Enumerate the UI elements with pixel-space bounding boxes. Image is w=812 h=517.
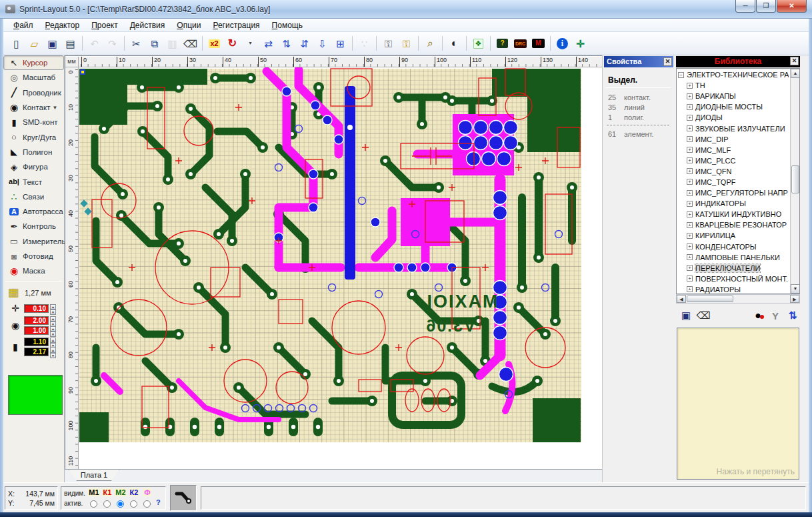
layer-color-swatch[interactable]	[8, 375, 63, 415]
pad-outer-spinner[interactable]: ▲▼	[50, 316, 56, 325]
pad-inner-spinner[interactable]: ▲▼	[50, 326, 56, 335]
properties-panel-header[interactable]: Свойства ✕	[604, 56, 673, 67]
rotate-button[interactable]: ↻	[224, 35, 241, 52]
drc-button[interactable]: DRC	[512, 35, 529, 52]
tool-autoroute[interactable]: AАвтотрасса	[3, 204, 64, 219]
flip-layer-button[interactable]: ⇵	[296, 35, 313, 52]
ratsnest-button[interactable]: ∵	[356, 35, 373, 52]
layer-help-link[interactable]: ?	[154, 498, 161, 508]
library-tree-item[interactable]: +КВАРЦЕВЫЕ РЕЗОНАТОР	[678, 219, 789, 230]
library-tree-item[interactable]: +ДИОДНЫЕ МОСТЫ	[678, 101, 789, 112]
horizontal-scroll-thumb[interactable]	[687, 296, 733, 302]
grid-setting[interactable]: ▦ 1,27 мм	[3, 284, 64, 302]
scroll-left-icon[interactable]: ◀	[677, 295, 686, 303]
layer-visible-toggle[interactable]: К2	[129, 488, 139, 496]
menu-редактор[interactable]: Редактор	[39, 19, 86, 31]
chevron-down-icon[interactable]: ▼	[52, 105, 57, 111]
save-library-button[interactable]: ▣	[679, 308, 693, 323]
library-tree-item[interactable]: +ИМС_PLCC	[678, 155, 789, 166]
menu-помощь[interactable]: Помощь	[266, 19, 309, 31]
library-close-icon[interactable]: ✕	[790, 57, 799, 65]
undo-button[interactable]: ↶	[86, 35, 103, 52]
send-to-layer-button[interactable]: ⇩	[314, 35, 331, 52]
expand-icon[interactable]: +	[687, 243, 693, 249]
layer-visible-toggle[interactable]: М1	[88, 488, 99, 496]
scroll-up-icon[interactable]: ▲	[791, 69, 800, 78]
library-tree-item[interactable]: +ИМС_РЕГУЛЯТОРЫ НАПР	[678, 187, 789, 198]
layer-active-radio[interactable]	[130, 500, 137, 508]
close-button[interactable]: ✕	[777, 0, 807, 13]
menu-действия[interactable]: Действия	[124, 19, 171, 31]
expand-icon[interactable]: +	[687, 233, 693, 239]
stretch-button[interactable]: ⊞	[332, 35, 349, 52]
expand-icon[interactable]: +	[687, 276, 693, 282]
expand-icon[interactable]: +	[687, 136, 693, 142]
tool-zoom[interactable]: ◎Масштаб	[3, 70, 64, 85]
tool-polygon[interactable]: ◣Полигон	[3, 145, 64, 159]
library-tree-item[interactable]: +ИНДИКАТОРЫ	[678, 198, 789, 209]
collapse-icon[interactable]: −	[678, 72, 684, 78]
library-tree-item[interactable]: −ЭЛЕКТРО-ТЕХНИЧЕСКОЕ РА	[678, 69, 789, 80]
delete-button[interactable]: ⌫	[182, 35, 199, 52]
mirror-vertical-button[interactable]: ⇅	[278, 35, 295, 52]
expand-icon[interactable]: +	[687, 211, 693, 217]
tool-text[interactable]: ab|Текст	[3, 174, 64, 189]
tool-track[interactable]: ╱Проводник	[3, 85, 64, 100]
pad-outer-field[interactable]: 2.00	[24, 316, 49, 325]
pcb-canvas[interactable]: MAXIOL V3.06	[79, 67, 603, 469]
tool-photoview[interactable]: ◙Фотовид	[3, 249, 64, 264]
expand-icon[interactable]: +	[687, 222, 693, 228]
delete-macro-button[interactable]: ⌫	[696, 308, 711, 323]
tool-smd-pad[interactable]: ▮SMD-конт	[3, 115, 64, 129]
photoview-button[interactable]: ❖	[470, 35, 487, 52]
footprint-wizard-button[interactable]: ✛	[572, 35, 589, 52]
tool-pad[interactable]: ◉Контакт▼	[3, 100, 64, 115]
scroll-right-icon[interactable]: ▶	[790, 295, 799, 303]
smd-width-spinner[interactable]: ▲▼	[50, 338, 56, 346]
unlock-button[interactable]: ⚿	[398, 35, 415, 52]
tool-ratsnest[interactable]: ∴Связи	[3, 189, 64, 204]
smd-height-field[interactable]: 2.17	[24, 348, 49, 356]
expand-icon[interactable]: +	[687, 115, 693, 121]
library-tree-item[interactable]: +КОНДЕНСАТОРЫ	[678, 241, 789, 252]
layer-visible-toggle[interactable]: Ф	[143, 488, 151, 496]
zoom-button[interactable]: ⌕	[422, 35, 439, 52]
menu-проект[interactable]: Проект	[85, 19, 124, 31]
paste-button[interactable]: ▥	[164, 35, 181, 52]
expand-icon[interactable]: +	[687, 157, 693, 163]
track-width-field[interactable]: 0.10	[24, 304, 49, 313]
expand-icon[interactable]: +	[687, 83, 693, 89]
track-width-spinner[interactable]: ▲▼	[50, 304, 56, 313]
library-tree-item[interactable]: +ДИОДЫ	[678, 112, 789, 123]
library-horizontal-scrollbar[interactable]: ◀ ▶	[676, 294, 800, 304]
save-button[interactable]: ▣	[44, 35, 61, 52]
record-macro-button[interactable]: ●	[751, 308, 765, 323]
print-button[interactable]: ▤	[62, 35, 79, 52]
tab-board-1[interactable]: Плата 1	[69, 470, 119, 481]
layer-active-radio[interactable]	[143, 500, 151, 508]
swap-layers-button[interactable]: ⇅	[785, 308, 800, 323]
menu-файл[interactable]: Файл	[7, 19, 39, 31]
minimize-button[interactable]: ─	[735, 0, 755, 13]
smd-height-spinner[interactable]: ▲▼	[50, 348, 56, 356]
duplicate-button[interactable]: x2	[206, 35, 223, 52]
test-button[interactable]: ?	[494, 35, 511, 52]
macro-button[interactable]: M	[530, 35, 547, 52]
library-tree-item[interactable]: +ИМС_MLF	[678, 145, 789, 155]
tool-shape[interactable]: ◈Фигура	[3, 159, 64, 174]
tool-cursor[interactable]: ↖Курсор	[3, 55, 64, 70]
library-tree-item[interactable]: +ЛАМПОВЫЕ ПАНЕЛЬКИ	[678, 252, 789, 263]
library-tree-item[interactable]: +ИМС_QFN	[678, 166, 789, 177]
tool-measure[interactable]: ▭Измеритель	[3, 234, 64, 249]
layer-active-radio[interactable]	[117, 500, 124, 508]
library-vertical-scrollbar[interactable]: ▲ ▼	[790, 69, 799, 294]
branch-button[interactable]: Y	[768, 308, 783, 323]
new-button[interactable]: ▯	[8, 35, 25, 52]
info-button[interactable]: i	[554, 35, 571, 52]
expand-icon[interactable]: +	[687, 93, 693, 99]
lock-button[interactable]: ⚿	[380, 35, 397, 52]
maximize-button[interactable]: ❐	[756, 0, 776, 13]
library-panel-header[interactable]: Библиотека	[676, 56, 800, 67]
library-tree-item[interactable]: +ТН	[678, 80, 789, 91]
library-tree-item[interactable]: +ИМС_DIP	[678, 134, 789, 145]
